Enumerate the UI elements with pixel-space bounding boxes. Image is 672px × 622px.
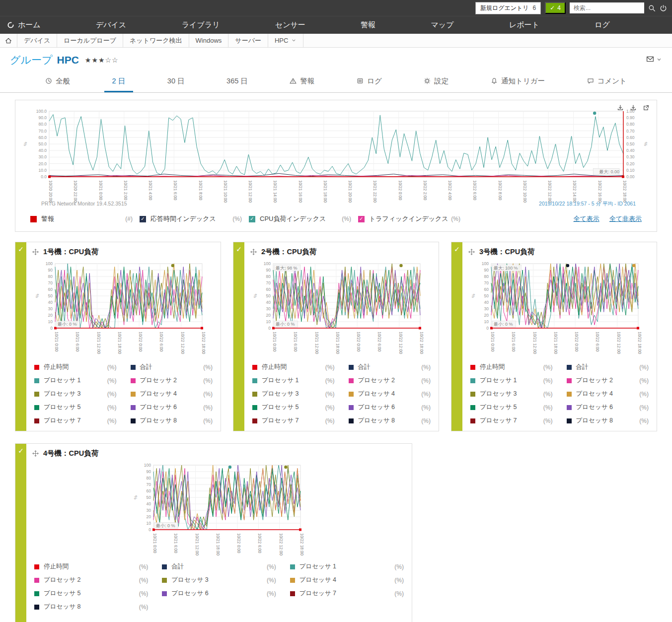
- move-handle-icon[interactable]: [250, 249, 257, 255]
- legend-label: プロセッサ 8: [140, 416, 177, 425]
- nav-item-7[interactable]: レポート: [509, 20, 539, 30]
- sensor-title[interactable]: 2号機：CPU負荷: [261, 247, 316, 257]
- nav-item-2[interactable]: デバイス: [96, 20, 126, 30]
- breadcrumb-item-5[interactable]: サーバー: [228, 34, 268, 47]
- svg-text:20: 20: [147, 514, 151, 519]
- tab-2[interactable]: 2 日: [104, 71, 134, 92]
- legend-item: 合計(%): [131, 363, 213, 371]
- legend-unit: (%): [325, 391, 335, 398]
- svg-text:10/21 20:00: 10/21 20:00: [348, 180, 353, 203]
- svg-text:最小: 0 %: 最小: 0 %: [275, 322, 295, 327]
- tab-7[interactable]: 設定: [416, 71, 456, 92]
- legend-label: プロセッサ 7: [299, 589, 336, 598]
- hide-all-link[interactable]: 全て非表示: [609, 214, 642, 223]
- titlebar: グループ HPC ★★★☆☆: [0, 48, 672, 69]
- nav-item-5[interactable]: 警報: [361, 20, 375, 30]
- legend-links: 全て表示全て非表示: [573, 214, 642, 223]
- legend-label: 応答時間インデックス: [150, 214, 216, 223]
- priority-stars[interactable]: ★★★☆☆: [85, 56, 119, 64]
- svg-text:10/21 12:00: 10/21 12:00: [96, 332, 101, 354]
- overview-chart[interactable]: 0.00.0010.00.1020.00.2030.00.3040.00.405…: [21, 106, 651, 207]
- tab-9[interactable]: コメント: [579, 71, 635, 92]
- sensor-select-checkbox[interactable]: ✓: [451, 242, 462, 431]
- sensor-chart[interactable]: 010203040506070809010010/21 0:0010/21 6:…: [26, 258, 221, 358]
- legend-label: プロセッサ 5: [44, 403, 80, 412]
- legend-unit: (%): [543, 391, 553, 398]
- legend-item: プロセッサ 8(%): [34, 603, 148, 611]
- breadcrumb-item-2[interactable]: ローカルプローブ: [57, 34, 123, 47]
- sensor-panel-row-2: ✓4号機：CPU負荷010203040506070809010010/21 0:…: [15, 443, 657, 622]
- legend-label: プロセッサ 5: [480, 403, 517, 412]
- topbar: 新規ログエントリ 6 ✓ 4: [0, 0, 672, 16]
- sensor-chart[interactable]: 010203040506070809010010/21 0:0010/21 6:…: [26, 459, 412, 557]
- series-checkbox[interactable]: ✓: [358, 216, 365, 222]
- move-handle-icon[interactable]: [32, 249, 39, 255]
- tab-8[interactable]: 通知トリガー: [483, 71, 553, 92]
- overview-legend-item-1[interactable]: 警報(#): [30, 214, 133, 223]
- sensor-title[interactable]: 3号機：CPU負荷: [479, 247, 534, 257]
- svg-text:10/21 12:00: 10/21 12:00: [195, 533, 200, 555]
- sensor-title[interactable]: 1号機：CPU負荷: [43, 247, 98, 257]
- new-log-entries-button[interactable]: 新規ログエントリ 6: [475, 2, 541, 14]
- svg-text:最小: 0 %: 最小: 0 %: [155, 523, 175, 528]
- series-checkbox[interactable]: ✓: [140, 216, 146, 222]
- sensor-select-checkbox[interactable]: ✓: [233, 242, 244, 431]
- legend-item: プロセッサ 3(%): [470, 390, 553, 398]
- breadcrumb-label: ローカルプローブ: [64, 36, 116, 45]
- breadcrumb-home[interactable]: [0, 34, 17, 47]
- tab-4[interactable]: 365 日: [219, 71, 256, 92]
- nav-item-4[interactable]: センサー: [275, 20, 305, 30]
- popout-icon[interactable]: [643, 104, 650, 113]
- tab-5[interactable]: 警報: [282, 71, 322, 92]
- sensor-select-checkbox[interactable]: ✓: [15, 242, 26, 431]
- legend-item: プロセッサ 7(%): [34, 416, 117, 425]
- acknowledged-alarms-button[interactable]: ✓ 4: [545, 2, 566, 14]
- nav-item-3[interactable]: ライブラリ: [182, 20, 220, 30]
- legend-item: プロセッサ 3(%): [252, 390, 335, 398]
- tab-3[interactable]: 30 日: [159, 71, 193, 92]
- nav-item-6[interactable]: マップ: [431, 20, 454, 30]
- nav-item-label: マップ: [431, 20, 454, 30]
- move-handle-icon[interactable]: [32, 450, 39, 457]
- series-color-swatch: [131, 378, 136, 383]
- export-icon[interactable]: [630, 104, 637, 113]
- nav-item-1[interactable]: ホーム: [7, 20, 41, 30]
- breadcrumb-item-3[interactable]: ネットワーク検出: [123, 34, 189, 47]
- legend-label: プロセッサ 8: [576, 416, 613, 425]
- overview-legend-item-2[interactable]: ✓応答時間インデックス(%): [140, 214, 242, 223]
- overview-legend-item-3[interactable]: ✓CPU負荷インデックス(%): [249, 214, 351, 223]
- nav-item-8[interactable]: ログ: [595, 20, 610, 30]
- series-checkbox[interactable]: ✓: [249, 216, 255, 222]
- overview-legend-item-4[interactable]: ✓トラフィックインデックス(%): [358, 214, 460, 223]
- breadcrumb-item-6[interactable]: HPC: [268, 34, 303, 47]
- move-handle-icon[interactable]: [468, 249, 475, 255]
- breadcrumb-item-4[interactable]: Windows: [189, 34, 229, 47]
- series-color-swatch: [131, 418, 136, 423]
- sensor-select-checkbox[interactable]: ✓: [15, 444, 26, 622]
- show-all-link[interactable]: 全て表示: [573, 214, 599, 223]
- svg-text:10/21 18:00: 10/21 18:00: [216, 533, 221, 555]
- svg-text:10/21 12:00: 10/21 12:00: [248, 180, 253, 203]
- sensor-chart[interactable]: 010203040506070809010010/21 0:0010/21 6:…: [244, 258, 439, 358]
- breadcrumb-item-1[interactable]: デバイス: [17, 34, 57, 47]
- search-input[interactable]: [573, 4, 641, 12]
- svg-text:10/21 18:00: 10/21 18:00: [335, 332, 340, 354]
- tab-6[interactable]: ログ: [349, 71, 390, 92]
- tab-1[interactable]: 全般: [37, 71, 78, 92]
- download-icon[interactable]: [617, 104, 624, 113]
- legend-item: 停止時間(%): [470, 363, 553, 371]
- tab-label: コメント: [597, 76, 627, 86]
- legend-item: プロセッサ 4(%): [290, 576, 404, 584]
- sensor-title[interactable]: 4号機：CPU負荷: [43, 449, 98, 458]
- mail-menu[interactable]: [646, 55, 662, 65]
- sensor-chart[interactable]: 010203040506070809010010/21 0:0010/21 6:…: [462, 258, 657, 358]
- breadcrumb-label: HPC: [275, 37, 288, 44]
- power-icon[interactable]: [660, 4, 667, 12]
- series-color-swatch: [162, 578, 167, 583]
- svg-text:10/22 12:00: 10/22 12:00: [547, 180, 552, 203]
- search-icon[interactable]: [648, 4, 656, 12]
- svg-text:10: 10: [48, 319, 53, 324]
- mail-icon: [646, 55, 654, 65]
- legend-label: プロセッサ 3: [480, 390, 517, 398]
- svg-text:10: 10: [147, 521, 151, 526]
